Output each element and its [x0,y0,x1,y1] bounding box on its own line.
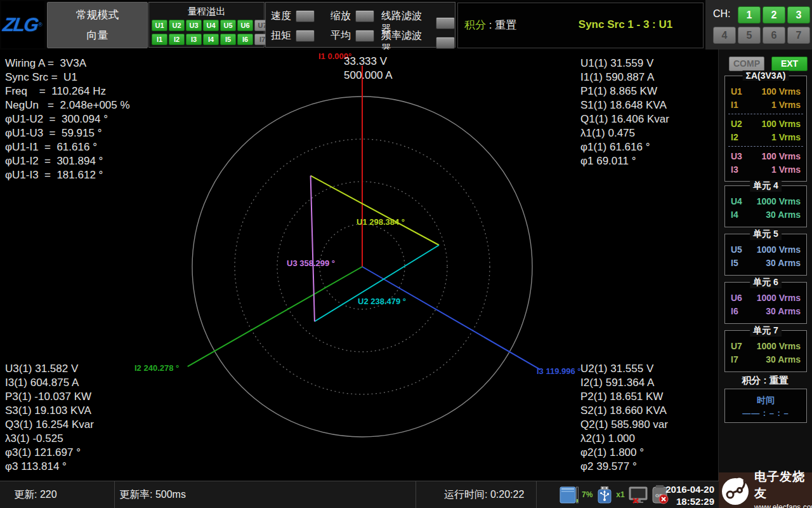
range-chip-u1: U1 [152,20,167,31]
channel-button-7[interactable]: 7 [787,27,810,44]
element3-line-5: λ3(1) -0.525 [5,432,94,446]
phasor-label-i3: I3 119.996 ° [537,366,581,376]
elecfans-watermark: 电子发烧友 www.elecfans.com [719,472,812,508]
current-range-chips: I1I2I3I4I5I6I7 [152,34,270,45]
dashed-separator [728,114,803,114]
integration-word: 积分 [464,18,486,32]
phasor-line-u1 [311,176,439,245]
unit-row-U5: U51000 Vrms [725,243,806,256]
zoom-indicator[interactable] [355,10,374,22]
usb-icon [596,485,613,504]
sigma-range-panel: ΣA(3V3A) U1100 VrmsI11 VrmsU2100 VrmsI21… [724,76,807,182]
mode-line1: 常规模式 [76,8,119,22]
phasor-line-i3 [362,267,540,370]
runtime: 运行时间: 0:20:22 [444,488,524,502]
phasor-line-i2 [188,267,362,366]
status-bar: 更新: 220 更新率: 500ms 运行时间: 0:20:22 7% x1 [0,481,812,508]
wiring-info-block: Wiring A = 3V3ASync Src = U1Freq = 110.2… [5,57,130,182]
element2-line-3: S2(1) 18.660 KVA [580,404,668,418]
time-value: —— : – : – [725,408,806,418]
channel-button-3[interactable]: 3 [787,6,810,23]
line-filter-indicator[interactable] [436,17,455,29]
date-text: 2016-04-20 [661,483,714,495]
unit-panel-7: 单元 7U71000 VrmsI730 Arms [724,330,807,372]
voltage-scale-label: 33.333 V [344,55,387,68]
element3-line-7: φ3 113.814 ° [5,460,94,474]
sigma-panel-title: ΣA(3V3A) [743,70,789,81]
registered-mark: ® [38,22,43,28]
range-chip-i5: I5 [220,34,236,45]
comp-button[interactable]: COMP [729,57,764,71]
wiring-info-line-7: φU1-I2 = 301.894 ° [5,154,130,168]
watermark-url: www.elecfans.com [754,503,812,508]
unit-panel-4: 单元 4U41000 VrmsI430 Arms [724,185,807,227]
integration-side-label: 积分 : 重置 [724,375,806,387]
unit-row-U7: U71000 Vrms [725,339,806,352]
range-chip-i1: I1 [152,34,167,45]
wiring-info-line-3: NegUn = 2.048e+005 % [5,98,130,112]
element1-line-1: I1(1) 590.887 A [580,70,669,84]
channel-panel: CH: 1234567 [705,0,812,50]
channel-button-1[interactable]: 1 [738,6,761,23]
element2-line-6: φ2(1) 1.800 ° [580,446,668,460]
toggle-zoom[interactable]: 缩放 [331,10,374,23]
wiring-info-line-5: φU1-U3 = 59.915 ° [5,126,130,140]
unit-row-I6: I630 Arms [725,304,806,318]
toggle-zoom-label: 缩放 [331,10,351,23]
speed-indicator[interactable] [296,10,315,22]
torque-indicator[interactable] [296,30,315,42]
range-overflow-title: 量程溢出 [149,6,264,18]
range-chip-u5: U5 [220,20,236,31]
datetime-block: 2016-04-20 18:52:29 [661,483,714,507]
wiring-info-line-2: Freq = 110.264 Hz [5,84,130,98]
channel-button-4[interactable]: 4 [713,27,736,44]
display-disconnected-icon [628,485,648,504]
average-indicator[interactable] [355,30,374,42]
sigma-row-I2: I21 Vrms [725,130,806,144]
zlg-logo-text: ZLG [2,14,39,36]
freq-filter-indicator[interactable] [436,37,455,49]
channel-button-5[interactable]: 5 [738,27,761,44]
toggle-speed-label: 速度 [271,10,291,23]
channel-button-6[interactable]: 6 [763,27,785,44]
unit-panel-5: 单元 5U51000 VrmsI530 Arms [724,234,807,276]
element3-line-1: I3(1) 604.875 A [5,376,94,390]
range-overflow-panel: 量程溢出 U1U2U3U4U5U6U7 I1I2I3I4I5I6I7 [148,2,265,48]
element2-line-0: U2(1) 31.555 V [580,362,668,376]
ext-button[interactable]: EXT [771,57,808,71]
mode-line2: 向量 [87,28,108,43]
current-scale-label: 500.000 A [344,69,393,82]
element2-line-5: λ2(1) 1.000 [580,432,668,446]
phasor-label-u3: U3 358.299 ° [287,258,335,268]
update-count: 更新: 220 [14,488,57,502]
toggle-speed[interactable]: 速度 [271,10,315,23]
element3-line-0: U3(1) 31.582 V [5,362,94,376]
range-chip-u4: U4 [203,20,219,31]
range-chip-u2: U2 [169,20,185,31]
unit-row-I7: I730 Arms [725,352,806,366]
wiring-info-line-0: Wiring A = 3V3A [5,57,130,70]
range-chip-i3: I3 [186,34,202,45]
elecfans-logo-icon [720,474,752,507]
storage-icon [560,485,579,504]
element1-line-5: λ1(1) 0.475 [580,126,669,140]
sigma-row-U1: U1100 Vrms [725,84,806,98]
range-chip-i6: I6 [237,34,253,45]
sigma-row-U2: U2100 Vrms [725,117,806,130]
wiring-info-line-8: φU1-I3 = 181.612 ° [5,168,130,182]
toggle-average[interactable]: 平均 [331,29,374,43]
top-bar: ZLG® 常规模式 向量 量程溢出 U1U2U3U4U5U6U7 I1I2I3I… [0,0,812,50]
mode-button[interactable]: 常规模式 向量 [47,2,148,48]
element1-line-0: U1(1) 31.559 V [580,57,669,70]
divider [536,481,537,508]
element1-line-3: S1(1) 18.648 KVA [580,98,669,112]
element1-line-4: Q1(1) 16.406 Kvar [580,112,669,126]
toggle-torque[interactable]: 扭矩 [271,29,315,43]
element3-line-3: S3(1) 19.103 KVA [5,404,94,418]
usb-multiplier: x1 [616,490,624,499]
integration-status[interactable]: 积分 : 重置 [464,3,516,46]
status-icons: 7% x1 GP [560,484,669,505]
unit-row-I4: I430 Arms [725,208,806,221]
element2-line-1: I2(1) 591.364 A [580,376,668,390]
channel-button-2[interactable]: 2 [763,6,785,23]
